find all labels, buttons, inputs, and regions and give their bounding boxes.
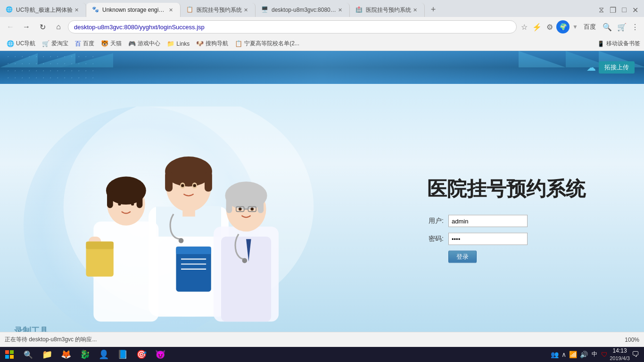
bookmark-sougou[interactable]: 🐶 搜狗导航 bbox=[193, 39, 231, 49]
security-tray-icon[interactable]: 🛡 bbox=[601, 351, 608, 358]
clock-time: 14:13 bbox=[610, 347, 630, 355]
tab-favicon-desktop: 🖥️ bbox=[261, 6, 269, 14]
bm-label-ningxia: 宁夏高等院校名单(2... bbox=[244, 40, 299, 48]
tab-close-desktop[interactable]: ✕ bbox=[336, 6, 344, 14]
bookmark-baidu[interactable]: 百 百度 bbox=[72, 39, 97, 49]
notification-icon[interactable]: 🗨 bbox=[632, 350, 639, 359]
tab-uc[interactable]: 🌐 UC导航_极速上网体验 ✕ bbox=[0, 3, 86, 17]
close-browser-icon[interactable]: ✕ bbox=[630, 5, 640, 16]
doctors-svg bbox=[28, 107, 349, 332]
svg-rect-28 bbox=[137, 190, 143, 208]
taskbar-app-game[interactable]: 🎯 bbox=[132, 347, 151, 362]
star-icon[interactable]: ☆ bbox=[520, 22, 529, 33]
svg-point-21 bbox=[193, 184, 196, 187]
taskbar-app-files[interactable]: 📁 bbox=[38, 347, 57, 362]
baidu-label: 百度 bbox=[581, 23, 599, 31]
svg-marker-0 bbox=[0, 53, 38, 67]
svg-point-41 bbox=[239, 207, 241, 210]
bm-icon-tianmao: 🐯 bbox=[101, 40, 108, 47]
tab-label-hospital2: 医院挂号预约系统 bbox=[366, 6, 411, 14]
clock: 14:13 2019/4/3 bbox=[610, 347, 630, 362]
devil-taskbar-icon: 😈 bbox=[155, 349, 165, 360]
login-button[interactable]: 登录 bbox=[448, 251, 477, 263]
tab-close-unknown[interactable]: ✕ bbox=[167, 6, 174, 14]
taskbar-app-mail[interactable]: 📘 bbox=[113, 347, 132, 362]
bookmark-ningxia[interactable]: 📋 宁夏高等院校名单(2... bbox=[232, 39, 302, 49]
upload-button[interactable]: 拓接上传 bbox=[599, 61, 635, 74]
refresh-button[interactable]: ↻ bbox=[36, 20, 49, 33]
svg-rect-16 bbox=[165, 172, 173, 191]
password-input[interactable] bbox=[448, 233, 528, 245]
minimize-icon[interactable]: ⧖ bbox=[597, 5, 606, 15]
home-button[interactable]: ⌂ bbox=[52, 20, 65, 33]
tab-label-unknown: Unknown storage engine '... bbox=[102, 7, 167, 13]
search-button[interactable]: 🔍 bbox=[601, 20, 614, 33]
watermark-line1: 录制工具 bbox=[14, 325, 63, 332]
lightning-icon[interactable]: ⚡ bbox=[531, 22, 543, 33]
bookmark-aitaobao[interactable]: 🛒 爱淘宝 bbox=[39, 39, 71, 49]
bookmark-uc[interactable]: 🌐 UC导航 bbox=[4, 39, 38, 49]
user-label: 用户: bbox=[427, 217, 444, 225]
forward-button[interactable]: → bbox=[20, 20, 33, 33]
svg-marker-3 bbox=[519, 51, 566, 67]
bm-label-uc: UC导航 bbox=[16, 40, 35, 48]
start-button[interactable] bbox=[0, 347, 19, 362]
taskbar-right: 👥 ∧ 📶 🔊 中 🛡 14:13 2019/4/3 🗨 bbox=[551, 347, 644, 362]
bm-icon-baidu: 百 bbox=[75, 40, 81, 48]
tab-hospital2[interactable]: 🏥 医院挂号预约系统 ✕ bbox=[350, 3, 425, 17]
settings-icon[interactable]: ⚙ bbox=[545, 22, 554, 33]
address-right-controls: ☆ ⚡ ⚙ 🌍 ▼ 百度 🔍 🛒 ⋮ bbox=[520, 20, 640, 33]
language-indicator[interactable]: 中 bbox=[591, 350, 598, 358]
bm-icon-ningxia: 📋 bbox=[235, 40, 242, 47]
tab-desktop[interactable]: 🖥️ desktop-u8m3gvc:8080/yyg... ✕ bbox=[256, 3, 350, 17]
bm-icon-aitaobao: 🛒 bbox=[42, 40, 50, 47]
svg-rect-10 bbox=[176, 247, 211, 254]
new-tab-button[interactable]: + bbox=[427, 3, 440, 16]
people-tray-icon[interactable]: 👥 bbox=[551, 351, 559, 358]
taskbar-app-devil[interactable]: 😈 bbox=[151, 347, 170, 362]
maximize-icon[interactable]: □ bbox=[620, 5, 628, 15]
tab-label-hospital1: 医院挂号预约系统 bbox=[197, 6, 242, 14]
svg-rect-47 bbox=[5, 350, 9, 354]
taskbar: 🔍 📁 🦊 🐉 👤 📘 🎯 😈 👥 ∧ 📶 🔊 中 bbox=[0, 347, 644, 362]
tab-unknown-storage[interactable]: 🐾 Unknown storage engine '... ✕ bbox=[86, 3, 181, 17]
watermark: 录制工具 KK 录像机 bbox=[14, 325, 63, 332]
taskbar-app-search[interactable]: 🔍 bbox=[19, 347, 38, 362]
svg-rect-48 bbox=[10, 350, 14, 354]
status-message: 正在等待 desktop-u8m3gvc 的响应... bbox=[5, 336, 97, 344]
svg-rect-33 bbox=[86, 242, 113, 249]
restore-icon[interactable]: ❐ bbox=[608, 5, 618, 16]
bookmark-links[interactable]: 📁 Links bbox=[164, 39, 192, 48]
username-input[interactable] bbox=[448, 215, 528, 227]
tab-close-uc[interactable]: ✕ bbox=[73, 6, 80, 14]
taskbar-app-browser[interactable]: 🦊 bbox=[57, 347, 75, 362]
cart-icon[interactable]: 🛒 bbox=[616, 22, 628, 33]
mail-taskbar-icon: 📘 bbox=[117, 349, 128, 360]
network-tray-icon[interactable]: 📶 bbox=[569, 351, 577, 358]
chevron-tray-icon[interactable]: ∧ bbox=[561, 351, 566, 358]
game-taskbar-icon: 🎯 bbox=[136, 349, 147, 360]
tab-close-hospital1[interactable]: ✕ bbox=[242, 6, 249, 14]
bookmark-mobile[interactable]: 📱 移动设备书签 bbox=[597, 40, 640, 48]
back-button[interactable]: ← bbox=[4, 20, 17, 33]
taskbar-app-profile[interactable]: 👤 bbox=[94, 347, 113, 362]
bm-icon-games: 🎮 bbox=[128, 40, 136, 47]
svg-rect-40 bbox=[257, 196, 264, 213]
address-input[interactable] bbox=[68, 20, 517, 33]
windows-logo-icon bbox=[5, 350, 14, 359]
bm-label-games: 游戏中心 bbox=[138, 40, 160, 48]
bookmark-games[interactable]: 🎮 游戏中心 bbox=[125, 39, 163, 49]
bookmark-tianmao[interactable]: 🐯 天猫 bbox=[98, 39, 124, 49]
sound-tray-icon[interactable]: 🔊 bbox=[580, 351, 588, 358]
svg-point-46 bbox=[242, 258, 248, 263]
page-content: ☁ 拓接上传 bbox=[0, 51, 644, 332]
search-taskbar-icon: 🔍 bbox=[24, 350, 33, 359]
taskbar-app-dragon[interactable]: 🐉 bbox=[75, 347, 94, 362]
svg-rect-23 bbox=[182, 209, 195, 217]
address-bar: ← → ↻ ⌂ ☆ ⚡ ⚙ 🌍 ▼ 百度 🔍 🛒 ⋮ bbox=[0, 17, 644, 37]
tab-close-hospital2[interactable]: ✕ bbox=[411, 6, 419, 14]
profile-icon[interactable]: 🌍 bbox=[556, 20, 570, 33]
tab-favicon-unknown: 🐾 bbox=[92, 6, 99, 14]
tab-hospital1[interactable]: 📋 医院挂号预约系统 ✕ bbox=[181, 3, 256, 17]
more-options-icon[interactable]: ⋮ bbox=[630, 22, 640, 33]
